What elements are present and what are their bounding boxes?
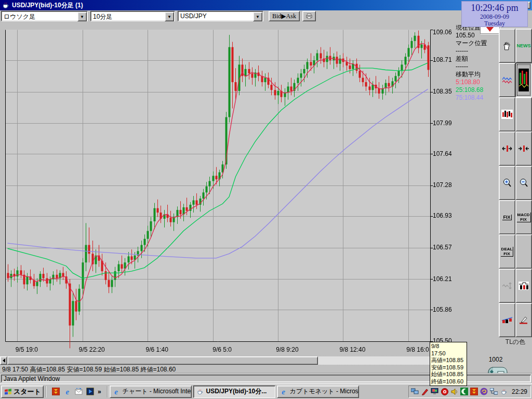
deal-fix-label: DEALFIX	[501, 247, 514, 257]
taskbar-window-label: USD/JPY(bid)-10分...	[206, 387, 267, 396]
download-manager-tray-icon[interactable]	[470, 388, 478, 396]
chart-type-select[interactable]: ロウソク足 ▼	[1, 11, 88, 21]
java-icon	[2, 1, 10, 9]
deal-fix-button[interactable]: DEALFIX	[499, 234, 515, 269]
alert-badge-icon[interactable]	[441, 388, 449, 396]
candle-chart-mode-button[interactable]	[515, 63, 532, 97]
start-button[interactable]: スタート	[1, 385, 44, 398]
bid-ask-toggle-button[interactable]: Bid▶Ask	[269, 11, 300, 21]
pencil-icon	[519, 315, 528, 325]
window-titlebar[interactable]: USD/JPY(bid)-10分足 (1) ×	[0, 0, 532, 10]
outlook-express-icon[interactable]	[75, 388, 83, 396]
print-button[interactable]	[302, 11, 316, 21]
taskbar-window-label: カブトモネット - Microsoft I..	[290, 387, 359, 396]
chevron-down-icon[interactable]: ▼	[77, 12, 87, 21]
quick-launch-bar: e »	[52, 388, 101, 396]
volume-icon[interactable]	[450, 388, 459, 396]
start-label: スタート	[14, 387, 41, 396]
mark-position-label: マーク位置	[456, 39, 499, 47]
fix-button[interactable]: FIX	[499, 200, 515, 234]
line-chart-mode-button[interactable]	[499, 63, 515, 97]
windows-logo-icon	[4, 388, 12, 395]
chart-type-value: ロウソク足	[2, 11, 87, 22]
difference-label: 差額	[456, 55, 499, 63]
side-toolbar: NEWS FIX MACDFIX DEALFIX	[499, 29, 532, 337]
fix-label: FIX	[502, 215, 511, 220]
price-chart[interactable]	[0, 22, 457, 356]
interval-select[interactable]: 10分足 ▼	[90, 11, 175, 21]
tooltip-close: 終値=108.60	[431, 378, 466, 385]
position-info-panel: 現在位置 105.50 マーク位置 ------ 差額 ------ 移動平均 …	[456, 24, 499, 102]
bar-chart-icon	[501, 110, 513, 119]
macd-fix-button[interactable]: MACDFIX	[515, 200, 532, 234]
red-marker-icon	[486, 26, 494, 32]
tooltip-date: 9/8	[431, 343, 466, 350]
tray-clock[interactable]: 22:29	[512, 388, 527, 395]
internet-explorer-icon: e	[112, 388, 121, 396]
draw-button[interactable]	[515, 303, 532, 337]
scroll-left-button[interactable]	[0, 356, 7, 365]
macd-fix-label: MACDFIX	[517, 212, 531, 222]
ma75-value: 75:108.44	[456, 94, 499, 102]
clock-widget[interactable]: 10:29:46 pm 2008-09-09 Tuesday	[461, 1, 528, 27]
system-tray: 22:29	[408, 385, 531, 398]
zoom-out-icon	[519, 178, 528, 188]
desktop: USD/JPY(bid)-10分足 (1) × ロウソク足 ▼ 10分足 ▼ U…	[0, 0, 532, 399]
scale-adjust-button-disabled[interactable]	[499, 269, 515, 303]
trendline-button[interactable]	[499, 303, 515, 337]
pen-icon[interactable]	[421, 388, 429, 396]
tooltip-time: 17:50	[431, 350, 466, 357]
zoom-in-button[interactable]	[499, 166, 515, 200]
lan-connection-icon[interactable]	[490, 388, 498, 396]
java-tray-icon[interactable]	[500, 388, 508, 396]
download-manager-icon[interactable]	[52, 388, 60, 396]
chart-horizontal-scrollbar[interactable]	[0, 356, 455, 365]
pc-network-icon[interactable]	[411, 388, 419, 396]
ma5-value: 5:108.80	[456, 78, 499, 86]
bar-chart-mode-button[interactable]	[499, 97, 515, 131]
pan-button[interactable]	[499, 29, 515, 63]
scrollbar-thumb[interactable]	[7, 356, 318, 365]
display-settings-icon[interactable]	[431, 388, 439, 396]
candlestick-icon	[518, 69, 529, 91]
taskbar-window-label: チャート - Microsoft Intern...	[123, 387, 192, 396]
quick-launch-more-button[interactable]: »	[98, 388, 101, 395]
crescent-icon[interactable]	[460, 388, 469, 396]
triangle-left-icon	[3, 358, 5, 363]
taskbar-window-usdjpy[interactable]: USD/JPY(bid)-10分...	[193, 385, 275, 398]
news-button[interactable]: NEWS	[515, 29, 532, 63]
interval-value: 10分足	[91, 11, 175, 22]
ma25-value: 25:108.68	[456, 86, 499, 94]
internet-explorer-icon[interactable]: e	[63, 388, 72, 396]
candle-tooltip: 9/8 17:50 高値=108.85 安値=108.59 始値=108.85 …	[430, 342, 467, 386]
internet-explorer-icon: e	[280, 388, 288, 396]
chevron-down-icon[interactable]: ▼	[253, 12, 262, 21]
zoom-out-button[interactable]	[515, 166, 532, 200]
tooltip-high: 高値=108.85	[431, 357, 466, 364]
symbol-select[interactable]: USD/JPY ▼	[178, 11, 263, 21]
trendline-icon	[501, 316, 513, 324]
mark-position-value: ------	[456, 47, 499, 55]
compress-horizontal-icon	[518, 145, 529, 152]
narrow-bars-button[interactable]	[515, 131, 532, 166]
expand-horizontal-icon	[501, 145, 513, 152]
window-title: USD/JPY(bid)-10分足 (1)	[12, 1, 83, 10]
moving-average-label: 移動平均	[456, 71, 499, 78]
widen-bars-button[interactable]	[499, 131, 515, 166]
trendline-color-label: TLの色	[499, 338, 531, 347]
clock-time: 10:29:46 pm	[462, 2, 527, 14]
hand-icon	[502, 41, 512, 50]
ime-swirl-icon[interactable]	[480, 388, 488, 396]
media-player-icon[interactable]	[86, 388, 95, 396]
divider	[45, 386, 46, 397]
gray-wave-arrows-icon	[502, 282, 512, 290]
volume-button[interactable]	[515, 269, 532, 303]
volume-bars-icon	[518, 282, 529, 290]
side-toolbar-spacer	[515, 97, 532, 131]
zoom-in-icon	[502, 178, 512, 188]
chart-toolbar: ロウソク足 ▼ 10分足 ▼ USD/JPY ▼ Bid▶Ask	[0, 10, 532, 22]
taskbar-window-kabutomonet[interactable]: e カブトモネット - Microsoft I..	[277, 385, 359, 398]
chevron-down-icon[interactable]: ▼	[165, 12, 174, 21]
taskbar-window-chart[interactable]: e チャート - Microsoft Intern...	[110, 385, 192, 398]
difference-value: ------	[456, 63, 499, 71]
